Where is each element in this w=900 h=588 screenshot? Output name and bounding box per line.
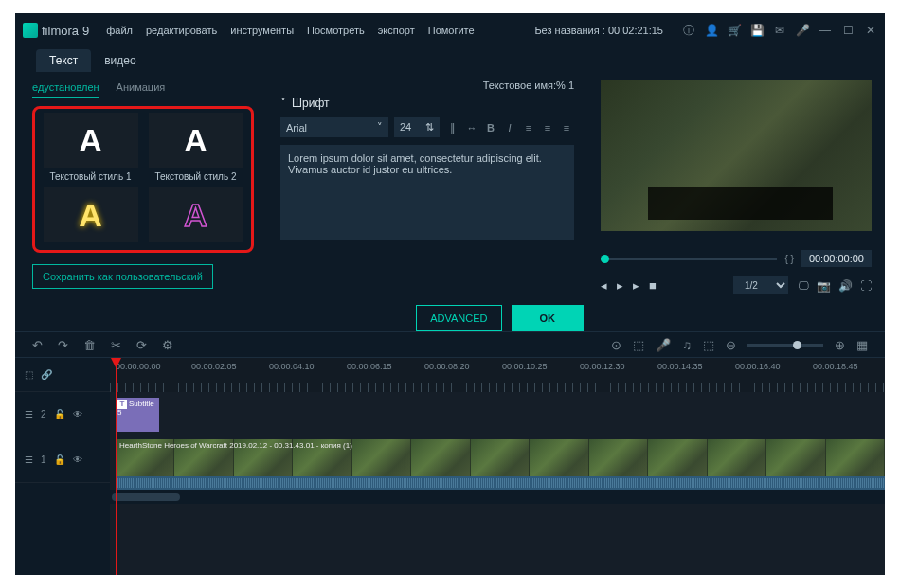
font-section-header[interactable]: ˅ Шрифт	[280, 97, 574, 110]
mail-icon[interactable]: ✉	[773, 24, 786, 37]
text-style-3[interactable]: A	[41, 187, 140, 242]
zoom-out-icon[interactable]: ⊖	[726, 338, 736, 352]
text-content-input[interactable]: Lorem ipsum dolor sit amet, consectetur …	[280, 145, 574, 240]
video-clip[interactable]: HearthStone Heroes of Warcraft 2019.02.1…	[116, 439, 885, 481]
music-icon[interactable]: ♫	[682, 338, 692, 352]
save-icon[interactable]: 💾	[750, 24, 764, 37]
align-center-icon[interactable]: ≡	[540, 120, 555, 135]
volume-icon[interactable]: 🔊	[838, 279, 853, 293]
speed-select[interactable]: 1/2	[733, 276, 788, 294]
lock-icon[interactable]: 🔓	[54, 409, 65, 419]
zoom-knob[interactable]	[793, 341, 801, 349]
close-icon[interactable]: ✕	[864, 24, 877, 37]
style-preview-icon: A	[79, 197, 102, 234]
monitor-icon[interactable]: 🖵	[798, 279, 809, 293]
menu-help[interactable]: Помогите	[428, 25, 475, 36]
subtab-preset[interactable]: едустановлен	[32, 81, 99, 98]
font-panel: Текстовое имя:% 1 ˅ Шрифт Arial ˅ 24 ⇅ ‖…	[271, 74, 584, 331]
ruler-mark: 00:00:16:40	[735, 362, 781, 371]
font-size-value: 24	[400, 121, 411, 134]
crop-icon[interactable]: ⬚	[703, 338, 714, 352]
ruler-mark: 00:00:06:15	[347, 362, 392, 371]
save-custom-button[interactable]: Сохранить как пользовательский	[32, 264, 213, 289]
minimize-icon[interactable]: —	[819, 24, 832, 37]
align-right-icon[interactable]: ≡	[559, 120, 574, 135]
main-menu: файл редактировать инструменты Посмотрет…	[106, 25, 474, 36]
voiceover-icon[interactable]: 🎤	[656, 338, 671, 352]
subtitle-clip[interactable]: Subtitle 5	[116, 398, 159, 432]
lock-icon[interactable]: 🔓	[54, 454, 65, 465]
style-subtabs: едустановлен Анимация	[32, 81, 254, 98]
timeline-toolbar: ↶ ↷ 🗑 ✂ ⟳ ⚙ ⊙ ⬚ 🎤 ♫ ⬚ ⊖ ⊕ ▦	[15, 331, 885, 358]
ruler[interactable]: 00:00:00:00 00:00:02:05 00:00:04:10 00:0…	[110, 358, 885, 392]
line-height-icon[interactable]: ‖	[445, 120, 460, 135]
letter-spacing-icon[interactable]: ↔	[464, 120, 479, 135]
text-style-2[interactable]: A Текстовый стиль 2	[146, 113, 245, 182]
menu-tools[interactable]: инструменты	[230, 25, 294, 36]
text-style-1[interactable]: A Текстовый стиль 1	[41, 113, 140, 182]
prev-frame-button[interactable]: ◂	[601, 278, 607, 293]
track-header-1: ☰ 1 🔓 👁	[15, 437, 110, 483]
link-icon[interactable]: 🔗	[41, 369, 52, 380]
cart-icon[interactable]: 🛒	[728, 24, 741, 37]
bold-icon[interactable]: B	[483, 120, 498, 135]
cut-icon[interactable]: ✂	[111, 338, 121, 352]
undo-icon[interactable]: ↶	[32, 338, 43, 352]
advanced-button[interactable]: ADVANCED	[416, 305, 501, 331]
audio-waveform[interactable]	[116, 476, 885, 490]
menu-view[interactable]: Посмотреть	[307, 25, 365, 36]
play-button[interactable]: ▸	[617, 278, 623, 293]
tab-text[interactable]: Текст	[36, 49, 91, 72]
delete-icon[interactable]: 🗑	[83, 338, 96, 352]
layers-icon[interactable]: ⬚	[25, 369, 33, 380]
track-number: 2	[41, 409, 46, 419]
timeline: ⬚ 🔗 ☰ 2 🔓 👁 ☰ 1 🔓 👁 00:00:00:00 00:00:02…	[15, 358, 885, 575]
zoom-in-icon[interactable]: ⊕	[835, 338, 845, 352]
user-icon[interactable]: 👤	[705, 24, 718, 37]
history-icon[interactable]: ⟳	[136, 338, 147, 352]
snapshot-icon[interactable]: 📷	[817, 279, 831, 293]
font-family-select[interactable]: Arial ˅	[280, 117, 388, 137]
subtab-animation[interactable]: Анимация	[117, 81, 166, 98]
menu-edit[interactable]: редактировать	[146, 25, 217, 36]
font-size-input[interactable]: 24 ⇅	[394, 117, 440, 137]
track-headers: ⬚ 🔗 ☰ 2 🔓 👁 ☰ 1 🔓 👁	[15, 358, 110, 575]
tab-video[interactable]: видео	[91, 49, 149, 72]
progress-bar[interactable]	[601, 258, 777, 260]
collapse-icon[interactable]: ☰	[25, 409, 33, 419]
zoom-slider[interactable]	[747, 344, 823, 347]
maximize-icon[interactable]: ☐	[841, 24, 855, 37]
progress-handle[interactable]	[601, 255, 609, 263]
ok-button[interactable]: OK	[512, 305, 585, 331]
scrollbar-thumb[interactable]	[112, 493, 180, 501]
playhead[interactable]	[116, 358, 117, 575]
timeline-tracks[interactable]: 00:00:00:00 00:00:02:05 00:00:04:10 00:0…	[110, 358, 885, 575]
stop-button[interactable]: ■	[649, 278, 657, 293]
menu-export[interactable]: экспорт	[378, 25, 415, 36]
track-2[interactable]: Subtitle 5	[110, 392, 885, 437]
redo-icon[interactable]: ↷	[58, 338, 68, 352]
settings-icon[interactable]: ⚙	[162, 338, 173, 352]
play-icon[interactable]: ⊙	[611, 338, 621, 352]
fit-icon[interactable]: ▦	[856, 338, 868, 352]
ruler-mark: 00:00:10:25	[502, 362, 548, 371]
font-section-title: Шрифт	[292, 97, 329, 110]
marker-icon[interactable]: ⬚	[633, 338, 644, 352]
timeline-scrollbar[interactable]	[110, 490, 885, 504]
menu-file[interactable]: файл	[106, 25, 133, 36]
preview-video[interactable]	[601, 80, 872, 231]
preview-progress: { } 00:00:00:00	[601, 250, 872, 267]
align-left-icon[interactable]: ≡	[521, 120, 536, 135]
play-slow-button[interactable]: ▸	[633, 278, 639, 293]
fullscreen-icon[interactable]: ⛶	[860, 279, 872, 293]
visibility-icon[interactable]: 👁	[73, 454, 82, 465]
timecode-display: 00:00:00:00	[801, 250, 872, 267]
track-1[interactable]: HearthStone Heroes of Warcraft 2019.02.1…	[110, 437, 885, 490]
info-icon[interactable]: ⓘ	[682, 24, 695, 37]
mic-icon[interactable]: 🎤	[796, 24, 809, 37]
collapse-icon[interactable]: ☰	[25, 454, 33, 465]
visibility-icon[interactable]: 👁	[73, 409, 82, 419]
text-style-4[interactable]: A	[146, 187, 245, 242]
italic-icon[interactable]: I	[502, 120, 517, 135]
clip-label: Subtitle 5	[117, 400, 154, 417]
